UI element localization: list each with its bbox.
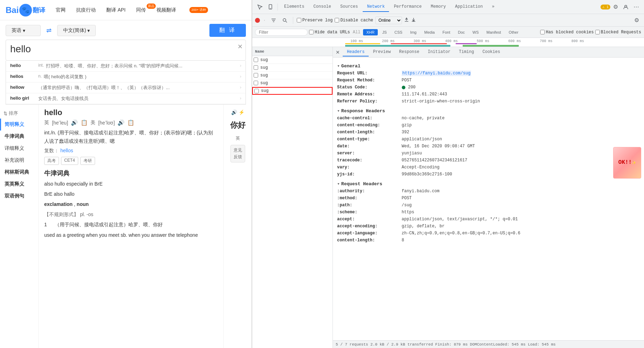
nav-together[interactable]: 同传	[136, 7, 146, 13]
network-item-4-checkbox[interactable]	[254, 81, 258, 85]
sidebar-item-bilingual[interactable]: 双语例句	[0, 190, 38, 202]
audio-uk-btn[interactable]: 🔊	[71, 119, 78, 126]
translate-button[interactable]: 翻 译	[209, 24, 246, 37]
swap-lang-btn[interactable]: ⇌	[43, 25, 54, 36]
nav-api[interactable]: 翻译 API	[106, 7, 125, 13]
audio-us-copy-btn[interactable]: 📋	[127, 119, 134, 126]
network-item-3-checkbox[interactable]	[254, 73, 258, 78]
account-btn[interactable]	[621, 3, 631, 11]
tab-network[interactable]: Network	[363, 2, 389, 12]
tab-elements[interactable]: Elements	[280, 2, 309, 12]
sidebar-item-collins[interactable]: 柯林斯词典	[0, 166, 38, 178]
timeline-fill-purple	[456, 43, 477, 44]
search-btn[interactable]	[280, 16, 289, 24]
tab-memory[interactable]: Memory	[427, 2, 450, 12]
throttle-select[interactable]: Online Fast 3G Slow 3G	[375, 16, 402, 24]
sort-btn[interactable]: ⇅ 排序	[0, 108, 38, 119]
blocked-requests-label[interactable]: Blocked Requests	[595, 30, 641, 35]
audio-uk-copy-btn[interactable]: 📋	[81, 119, 88, 126]
settings-btn[interactable]: ⚙	[611, 2, 620, 12]
cursor-tool-btn[interactable]	[255, 3, 265, 11]
from-lang-btn[interactable]: 英语 ▾	[6, 25, 41, 36]
response-headers-section[interactable]: ▾ Response Headers	[337, 108, 608, 114]
filter-manifest-btn[interactable]: Manifest	[483, 29, 504, 35]
suggestion-hellos[interactable]: hellos n. 喂( hello的名词复数 ) ›	[6, 72, 246, 82]
network-item-2[interactable]: sug	[252, 64, 333, 72]
clear-input-btn[interactable]: ✕	[237, 43, 243, 51]
filter-font-btn[interactable]: Font	[439, 29, 453, 35]
blocked-requests-checkbox[interactable]	[595, 30, 600, 34]
nav-video[interactable]: 视频翻译	[156, 7, 176, 13]
hide-data-urls-checkbox[interactable]	[309, 30, 314, 34]
network-item-2-checkbox[interactable]	[254, 65, 258, 70]
network-item-3[interactable]: sug	[252, 72, 333, 79]
network-settings-btn[interactable]: ⚙	[632, 15, 641, 25]
export-har-btn[interactable]	[411, 17, 416, 24]
has-blocked-label[interactable]: Has blocked cookies	[540, 30, 594, 35]
suggestion-hellow[interactable]: hellow （通常的招呼语）嗨、（打电话用）喂！、（英）（表示惊讶）... ›	[6, 82, 246, 93]
suggestion-hello[interactable]: hello int. 打招呼、哈喽、喂、你好、您好；表示问候 n. "喂"的招呼…	[6, 61, 246, 72]
detail-tab-timing[interactable]: Timing	[455, 48, 478, 56]
sidebar-item-oxford[interactable]: 牛津词典	[0, 130, 38, 142]
device-toggle-btn[interactable]	[266, 3, 275, 11]
translation-input[interactable]	[6, 40, 246, 58]
import-har-btn[interactable]	[404, 17, 409, 24]
request-url-row: Request URL: https://fanyi.baidu.com/sug	[337, 70, 608, 76]
network-item-5-highlighted[interactable]: sug	[252, 87, 333, 95]
tab-performance[interactable]: Performance	[390, 2, 426, 12]
filter-ws-btn[interactable]: WS	[469, 29, 482, 35]
request-url-link[interactable]: https://fanyi.baidu.com/sug	[402, 71, 471, 76]
feedback-button[interactable]: 意见 反馈	[230, 145, 245, 162]
filter-btn[interactable]	[269, 16, 278, 24]
clear-log-btn[interactable]	[262, 18, 267, 23]
request-headers-section[interactable]: ▾ Request Headers	[337, 181, 608, 187]
sidebar-item-detail[interactable]: 详细释义	[0, 142, 38, 154]
filter-media-btn[interactable]: Media	[421, 29, 438, 35]
disable-cache-label[interactable]: Disable cache	[335, 18, 373, 23]
audio-us-btn[interactable]: 🔊	[118, 119, 125, 126]
nav-official[interactable]: 官网	[56, 7, 66, 13]
plural-link[interactable]: hellos	[60, 148, 73, 153]
hide-data-urls-label[interactable]: Hide data URLs	[309, 30, 350, 35]
more-dots-btn[interactable]: ⋯	[631, 2, 641, 12]
filter-doc-btn[interactable]: Doc	[455, 29, 468, 35]
phonetic-uk-value: [heˈleu]	[52, 120, 68, 126]
tab-application[interactable]: Application	[451, 2, 487, 12]
detail-tab-headers[interactable]: Headers	[343, 48, 369, 56]
detail-tab-cookies[interactable]: Cookies	[478, 48, 504, 56]
suggestion-hellogirl[interactable]: hello girl 女话务员、女电话接线员 ›	[6, 93, 246, 104]
tab-sources[interactable]: Sources	[336, 2, 362, 12]
network-item-1-checkbox[interactable]	[254, 58, 258, 62]
resp-server-key: server:	[337, 150, 400, 156]
sidebar-item-brief[interactable]: 简明释义	[0, 119, 38, 130]
has-blocked-checkbox[interactable]	[540, 30, 545, 34]
record-btn[interactable]	[255, 18, 260, 23]
tab-console[interactable]: Console	[309, 2, 335, 12]
preserve-log-label[interactable]: Preserve log	[297, 18, 333, 23]
phonetic-uk-label: 英	[44, 120, 49, 126]
filter-css-btn[interactable]: CSS	[391, 29, 406, 35]
network-item-4[interactable]: sug	[252, 79, 333, 87]
tab-more[interactable]: »	[488, 2, 499, 12]
filter-xhr-btn[interactable]: XHR	[363, 29, 377, 35]
details-close-btn[interactable]: ✕	[336, 49, 340, 55]
sidebar-item-english[interactable]: 英英释义	[0, 178, 38, 190]
preserve-log-checkbox[interactable]	[297, 18, 301, 22]
disable-cache-checkbox[interactable]	[335, 18, 339, 22]
sidebar-item-supplement[interactable]: 补充说明	[0, 154, 38, 166]
general-section-header[interactable]: ▾ General	[337, 63, 608, 69]
to-lang-btn[interactable]: 中文(简体) ▾	[57, 25, 96, 36]
suggestion-type-hellos: n.	[38, 74, 42, 79]
filter-other-btn[interactable]: Other	[505, 29, 522, 35]
detail-tab-response[interactable]: Response	[395, 48, 424, 56]
nav-antivirus[interactable]: 抗疫行动	[76, 7, 96, 13]
filter-img-btn[interactable]: Img	[407, 29, 420, 35]
oxford-text: also hullo especially in BrE BrE also ha…	[44, 180, 218, 240]
detail-tab-preview[interactable]: Preview	[369, 48, 395, 56]
detail-tab-initiator[interactable]: Initiator	[423, 48, 455, 56]
network-item-1[interactable]: sug	[252, 56, 333, 64]
filter-input[interactable]	[255, 29, 308, 36]
word-count-badge: 200+ 语种	[189, 7, 208, 13]
filter-js-btn[interactable]: JS	[379, 29, 390, 35]
network-item-5-checkbox[interactable]	[254, 89, 259, 93]
